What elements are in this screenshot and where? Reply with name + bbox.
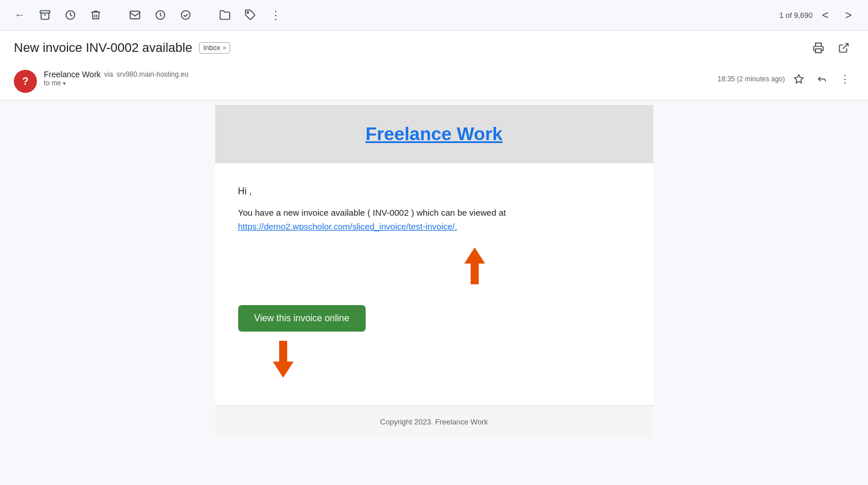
reply-button[interactable]: [813, 70, 831, 88]
email-white-body: Hi , You have a new invoice available ( …: [215, 163, 653, 405]
next-email-button[interactable]: >: [838, 5, 859, 25]
inbox-badge-close[interactable]: ×: [223, 44, 226, 51]
svg-point-6: [247, 12, 249, 14]
sender-name: Freelance Work: [44, 70, 101, 79]
email-subject-header: New invoice INV-0002 available Inbox ×: [0, 31, 868, 63]
email-logo-section: Freelance Work: [215, 105, 653, 163]
sender-via: via: [104, 70, 113, 78]
email-logo-link[interactable]: Freelance Work: [366, 123, 503, 144]
to-me[interactable]: to me ▾: [44, 79, 711, 87]
star-button[interactable]: [790, 70, 808, 88]
to-me-arrow: ▾: [63, 80, 66, 87]
more-actions-button[interactable]: ⋮: [265, 5, 286, 25]
email-count: 1 of 9,690: [779, 11, 813, 20]
email-time-actions: 18:35 (2 minutes ago) ⋮: [717, 70, 854, 88]
invoice-url-link[interactable]: https://demo2.wpscholor.com/sliced_invoi…: [238, 221, 457, 231]
svg-line-8: [843, 44, 848, 49]
svg-rect-7: [816, 49, 821, 53]
email-time: 18:35 (2 minutes ago): [717, 75, 785, 83]
clock-button[interactable]: [150, 5, 171, 25]
toolbar: ← ⋮ 1 of 9,690 < >: [0, 0, 868, 31]
back-button[interactable]: ←: [9, 5, 30, 25]
archive-button[interactable]: [35, 5, 55, 25]
svg-point-5: [182, 11, 190, 20]
arrow-annotation-top: [464, 247, 485, 284]
move-to-button[interactable]: [215, 5, 235, 25]
header-actions: [808, 37, 854, 58]
open-external-button[interactable]: [833, 37, 854, 58]
task-button[interactable]: [175, 5, 196, 25]
subject-title: New invoice INV-0002 available: [14, 40, 192, 55]
email-content: Freelance Work Hi , You have a new invoi…: [215, 105, 653, 438]
sender-info: Freelance Work via srv980.main-hosting.e…: [44, 70, 711, 87]
svg-marker-9: [795, 75, 803, 83]
delete-button[interactable]: [85, 5, 106, 25]
print-button[interactable]: [808, 37, 829, 58]
email-footer: Copyright 2023. Freelance Work: [215, 405, 653, 438]
email-greeting: Hi ,: [238, 186, 630, 197]
email-body-text: You have a new invoice available ( INV-0…: [238, 206, 630, 234]
email-meta: ? Freelance Work via srv980.main-hosting…: [0, 63, 868, 100]
svg-rect-3: [130, 11, 140, 18]
snooze-button[interactable]: [60, 5, 81, 25]
view-invoice-button[interactable]: View this invoice online: [238, 305, 366, 332]
more-email-actions-button[interactable]: ⋮: [836, 70, 854, 88]
email-body-wrapper: Freelance Work Hi , You have a new invoi…: [0, 100, 868, 452]
sender-domain: srv980.main-hosting.eu: [117, 70, 189, 78]
prev-email-button[interactable]: <: [815, 5, 836, 25]
svg-rect-0: [40, 11, 50, 13]
label-button[interactable]: [240, 5, 261, 25]
email-nav: 1 of 9,690 < >: [779, 5, 859, 25]
mark-unread-button[interactable]: [125, 5, 145, 25]
arrow-annotation-bottom: [273, 341, 294, 378]
sender-avatar: ?: [14, 70, 37, 93]
copyright-text: Copyright 2023. Freelance Work: [380, 418, 488, 426]
inbox-badge: Inbox ×: [199, 42, 230, 54]
